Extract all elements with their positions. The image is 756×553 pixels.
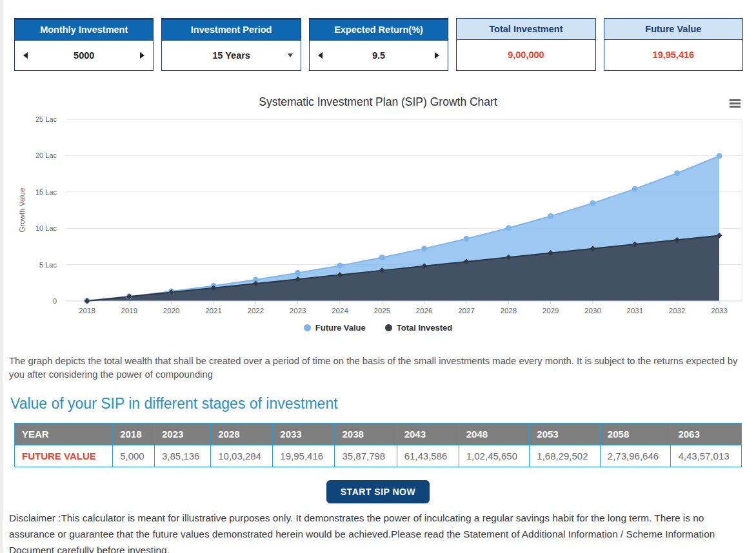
legend-label: Future Value [315,323,366,333]
svg-text:2033: 2033 [711,307,728,315]
monthly-investment-label: Monthly Investment [15,19,153,41]
expected-return-label: Expected Return(%) [310,19,448,41]
svg-text:2032: 2032 [669,307,686,315]
start-sip-now-button[interactable]: START SIP NOW [326,480,430,503]
year-cell: 2058 [600,423,671,445]
chevron-down-icon[interactable] [288,53,293,57]
future-value-cell: 5,000 [113,445,155,467]
legend-label: Total Invested [397,323,452,333]
monthly-investment-field[interactable]: 5000 [15,41,153,70]
svg-text:2020: 2020 [163,307,180,315]
svg-text:2030: 2030 [584,307,601,315]
svg-text:15 Lac: 15 Lac [35,188,57,196]
chart-title: Systematic Investment Plan (SIP) Growth … [5,93,751,109]
svg-text:10 Lac: 10 Lac [35,224,57,232]
year-cell: 2048 [459,423,530,445]
future-value-cell: 2,73,96,646 [600,445,671,467]
svg-text:5 Lac: 5 Lac [39,261,57,269]
svg-text:2027: 2027 [458,307,475,315]
future-value-cell: 1,02,45,650 [459,445,530,467]
section-heading: Value of your SIP in different stages of… [10,395,747,412]
future-value-cell: 1,68,29,502 [530,445,601,467]
svg-text:2028: 2028 [501,307,517,315]
total-investment-box: Total Investment 9,00,000 [456,18,595,71]
year-cell: 2018 [113,423,155,445]
legend-item-future-value[interactable]: Future Value [304,323,366,333]
year-cell: 2023 [155,423,211,445]
circle-legend-marker-icon [304,324,311,331]
disclaimer-text: Disclaimer :This calculator is meant for… [9,510,747,553]
investment-period-box: Investment Period 15 Years [161,18,301,71]
total-investment-output: 9,00,000 [457,40,595,70]
year-cell: 2028 [211,423,273,445]
diamond-legend-marker-icon [385,324,392,331]
chart-context-menu-icon[interactable] [730,98,741,109]
year-cell: 2033 [273,423,335,445]
year-cell: 2038 [335,423,397,445]
expected-return-field[interactable]: 9.5 [310,41,448,70]
calculator-inputs-row: Monthly Investment 5000 Investment Perio… [14,18,743,71]
svg-text:2029: 2029 [542,307,559,315]
future-value-cell: 3,85,136 [155,445,211,467]
svg-text:2022: 2022 [248,307,264,315]
monthly-investment-value[interactable]: 5000 [74,50,94,61]
future-value-cell: 4,43,57,013 [671,445,742,467]
svg-text:2018: 2018 [79,307,95,315]
total-investment-label: Total Investment [457,19,595,40]
expected-return-increment-icon[interactable] [435,52,439,59]
investment-period-label: Investment Period [162,19,300,41]
chart-description: The graph depicts the total wealth that … [9,354,747,382]
year-cell: 2063 [671,423,742,445]
future-value-box: Future Value 19,95,416 [604,18,743,71]
expected-return-value[interactable]: 9.5 [372,50,385,61]
future-value-cell: 35,87,798 [335,445,397,467]
future-value-cell: 19,95,416 [273,445,335,467]
monthly-investment-box: Monthly Investment 5000 [14,18,154,71]
svg-text:2025: 2025 [374,307,391,315]
total-investment-value: 9,00,000 [508,50,544,60]
sip-stages-table-wrap: YEAR201820232028203320382043204820532058… [14,423,742,467]
future-value-cell: 10,03,284 [211,445,273,467]
svg-text:25 Lac: 25 Lac [35,115,57,123]
chart-legend: Future ValueTotal Invested [5,323,751,333]
future-value-value: 19,95,416 [653,50,695,60]
future-value-cell: 61,43,586 [397,445,459,467]
investment-period-select[interactable]: 15 Years [162,41,300,70]
investment-period-value[interactable]: 15 Years [212,50,250,61]
svg-text:20 Lac: 20 Lac [35,151,57,159]
sip-growth-chart[interactable]: 05 Lac10 Lac15 Lac20 Lac25 LacGrowth Val… [5,112,751,322]
sip-stages-table: YEAR201820232028203320382043204820532058… [14,423,742,467]
svg-text:2031: 2031 [627,307,644,315]
svg-text:2024: 2024 [332,307,348,315]
year-cell: 2053 [530,423,601,445]
legend-item-total-invested[interactable]: Total Invested [385,323,452,333]
year-cell: 2043 [397,423,459,445]
monthly-investment-decrement-icon[interactable] [23,52,28,59]
cta-wrap: START SIP NOW [0,480,756,503]
svg-text:0: 0 [53,297,57,305]
expected-return-decrement-icon[interactable] [318,52,323,59]
svg-text:2026: 2026 [416,307,433,315]
future-value-output: 19,95,416 [604,40,742,70]
year-row-label: YEAR [15,423,113,445]
future-value-label: Future Value [604,19,742,40]
expected-return-box: Expected Return(%) 9.5 [309,18,448,71]
table-future-value-row: FUTURE VALUE5,0003,85,13610,03,28419,95,… [15,445,742,467]
monthly-investment-increment-icon[interactable] [140,52,144,59]
future-value-row-label: FUTURE VALUE [15,445,113,467]
svg-text:2023: 2023 [290,307,306,315]
svg-text:Growth Value: Growth Value [18,188,26,233]
svg-text:2021: 2021 [205,307,222,315]
sip-growth-chart-card: Systematic Investment Plan (SIP) Growth … [5,93,751,333]
svg-text:2019: 2019 [121,307,138,315]
table-year-row: YEAR201820232028203320382043204820532058… [15,423,742,445]
